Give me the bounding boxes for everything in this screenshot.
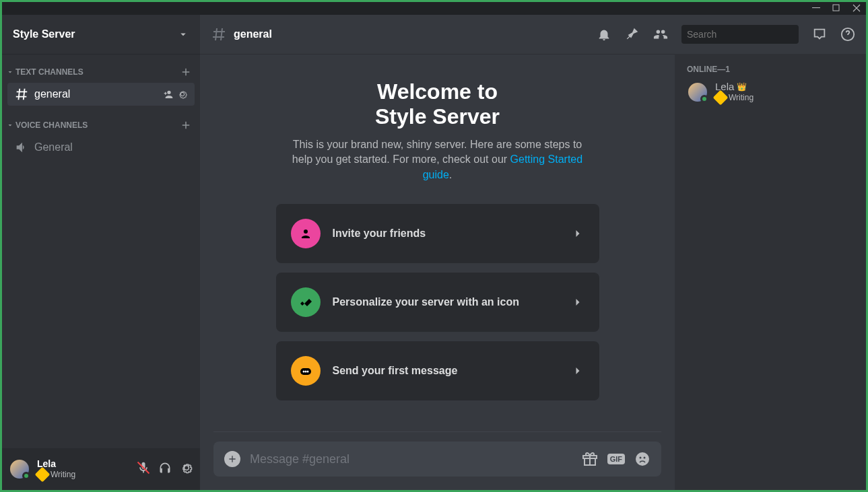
window-titlebar bbox=[0, 0, 868, 15]
pin-icon[interactable] bbox=[625, 27, 640, 42]
members-header: ONLINE—1 bbox=[681, 65, 859, 74]
bell-icon[interactable] bbox=[597, 27, 611, 42]
voice-channel-general[interactable]: General bbox=[7, 136, 195, 159]
channel-general[interactable]: general bbox=[7, 83, 195, 106]
svg-point-7 bbox=[636, 452, 649, 466]
user-status: Writing bbox=[37, 469, 130, 480]
divider bbox=[213, 431, 661, 432]
category-label: VOICE CHANNELS bbox=[15, 120, 88, 130]
invite-icon[interactable] bbox=[162, 89, 173, 100]
window-close-icon[interactable] bbox=[853, 3, 861, 15]
chevron-down-icon bbox=[177, 28, 189, 40]
main-area: general Welcome to Style Server bbox=[200, 15, 866, 490]
message-input-box[interactable]: GIF bbox=[213, 442, 661, 477]
channel-name: general bbox=[34, 88, 162, 100]
member-lela[interactable]: Lela 👑 Writing bbox=[681, 78, 859, 106]
hash-icon bbox=[211, 26, 227, 42]
invite-icon bbox=[291, 219, 321, 248]
gear-icon[interactable] bbox=[177, 89, 188, 100]
search-input[interactable] bbox=[687, 29, 805, 40]
members-panel: ONLINE—1 Lela 👑 Writing bbox=[675, 54, 866, 490]
channel-name: General bbox=[34, 141, 188, 153]
welcome-title-line1: Welcome to bbox=[377, 79, 498, 104]
svg-point-6 bbox=[306, 371, 308, 373]
emoji-icon[interactable] bbox=[634, 451, 650, 467]
channel-sidebar: Style Server TEXT CHANNELS general bbox=[2, 15, 200, 490]
channel-header: general bbox=[200, 15, 866, 54]
channel-title: general bbox=[234, 28, 590, 40]
inbox-icon[interactable] bbox=[812, 27, 827, 42]
welcome-section: Welcome to Style Server This is your bra… bbox=[213, 67, 661, 415]
speaker-icon bbox=[14, 140, 29, 155]
svg-point-4 bbox=[302, 371, 304, 373]
category-label: TEXT CHANNELS bbox=[15, 67, 84, 77]
user-name: Lela bbox=[37, 458, 130, 469]
help-icon[interactable] bbox=[840, 27, 855, 42]
welcome-title-line2: Style Server bbox=[375, 104, 500, 129]
mute-mic-button[interactable] bbox=[137, 461, 150, 477]
first-message-card[interactable]: Send your first message bbox=[276, 341, 599, 400]
add-channel-icon[interactable] bbox=[180, 66, 192, 78]
status-online-icon bbox=[22, 472, 30, 480]
headphones-icon[interactable] bbox=[158, 461, 172, 475]
user-avatar[interactable] bbox=[9, 458, 30, 480]
attach-button[interactable] bbox=[224, 451, 240, 467]
add-channel-icon[interactable] bbox=[180, 119, 192, 131]
server-header[interactable]: Style Server bbox=[2, 15, 200, 54]
invite-friends-card[interactable]: Invite your friends bbox=[276, 204, 599, 263]
crown-icon: 👑 bbox=[737, 82, 747, 92]
members-icon[interactable] bbox=[653, 27, 668, 42]
status-online-icon bbox=[700, 95, 708, 103]
search-box[interactable] bbox=[681, 25, 799, 44]
card-title: Invite your friends bbox=[333, 227, 559, 240]
status-emoji-icon bbox=[35, 467, 51, 483]
status-emoji-icon bbox=[713, 90, 729, 106]
svg-point-8 bbox=[640, 457, 642, 459]
personalize-icon bbox=[291, 287, 321, 317]
svg-rect-1 bbox=[833, 5, 839, 11]
card-title: Personalize your server with an icon bbox=[333, 296, 559, 308]
chevron-right-icon bbox=[571, 364, 585, 378]
svg-point-5 bbox=[304, 371, 306, 373]
server-name: Style Server bbox=[13, 28, 75, 40]
gif-button[interactable]: GIF bbox=[607, 454, 625, 464]
member-status: Writing bbox=[715, 92, 754, 103]
gift-icon[interactable] bbox=[582, 451, 598, 467]
user-panel: Lela Writing bbox=[2, 448, 200, 490]
message-icon bbox=[291, 356, 321, 386]
welcome-subtitle: This is your brand new, shiny server. He… bbox=[283, 137, 593, 182]
text-channels-category[interactable]: TEXT CHANNELS bbox=[2, 62, 200, 82]
svg-rect-0 bbox=[812, 7, 820, 8]
chevron-right-icon bbox=[571, 227, 585, 240]
voice-channels-category[interactable]: VOICE CHANNELS bbox=[2, 115, 200, 135]
chevron-down-icon bbox=[6, 121, 14, 129]
hash-icon bbox=[14, 87, 29, 102]
svg-point-9 bbox=[644, 457, 646, 459]
settings-gear-icon[interactable] bbox=[180, 461, 193, 475]
card-title: Send your first message bbox=[333, 365, 559, 377]
personalize-server-card[interactable]: Personalize your server with an icon bbox=[276, 273, 599, 332]
window-maximize-icon[interactable] bbox=[832, 3, 840, 15]
member-avatar bbox=[687, 81, 708, 103]
chevron-down-icon bbox=[6, 68, 14, 76]
message-input[interactable] bbox=[250, 452, 572, 466]
window-minimize-icon[interactable] bbox=[812, 3, 820, 15]
chevron-right-icon bbox=[571, 295, 585, 309]
